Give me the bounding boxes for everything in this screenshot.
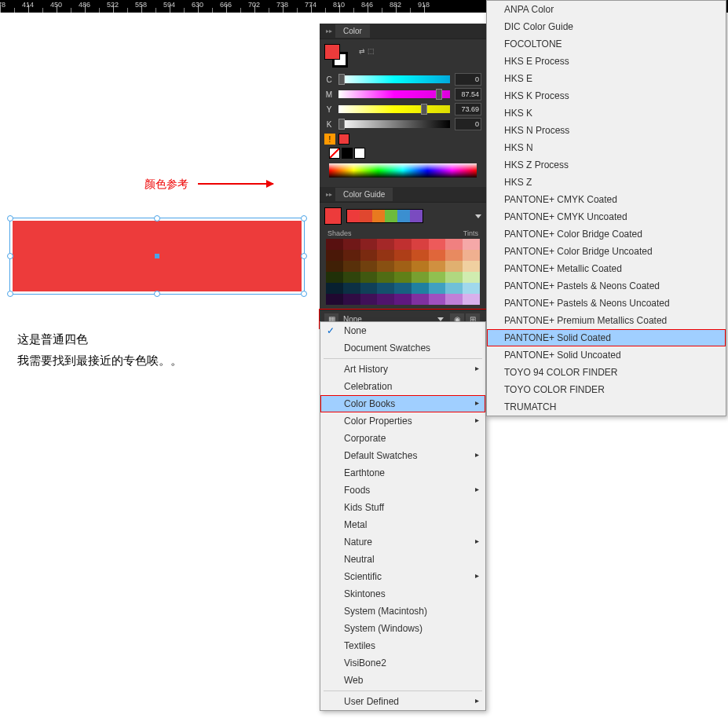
submenu-item[interactable]: TRUMATCH xyxy=(487,398,726,416)
swatch[interactable] xyxy=(429,261,446,272)
submenu-item[interactable]: TOYO 94 COLOR FINDER xyxy=(487,364,726,381)
slider-value-input[interactable] xyxy=(455,103,481,115)
submenu-item[interactable]: PANTONE+ Color Bridge Coated xyxy=(487,225,726,243)
submenu-item[interactable]: HKS E xyxy=(487,70,726,87)
swatch[interactable] xyxy=(394,261,412,272)
swatch[interactable] xyxy=(343,294,360,305)
submenu-item[interactable]: PANTONE+ Premium Metallics Coated xyxy=(487,312,726,329)
menu-item-none[interactable]: None xyxy=(320,322,485,339)
menu-item-user-defined[interactable]: User Defined xyxy=(320,693,485,710)
handle-icon[interactable] xyxy=(301,253,307,259)
swatch[interactable] xyxy=(377,272,394,283)
submenu-item[interactable]: TOYO COLOR FINDER xyxy=(487,381,726,398)
slider-value-input[interactable] xyxy=(455,88,481,101)
white-swatch-icon[interactable] xyxy=(354,148,365,159)
swatch[interactable] xyxy=(445,272,463,283)
swatch[interactable] xyxy=(445,239,463,250)
submenu-item[interactable]: DIC Color Guide xyxy=(487,18,726,35)
swatch[interactable] xyxy=(343,250,360,261)
menu-item[interactable]: Default Swatches xyxy=(320,447,485,464)
fill-swatch[interactable] xyxy=(324,44,340,60)
chevron-down-icon[interactable] xyxy=(475,214,481,218)
swatch[interactable] xyxy=(412,272,429,283)
handle-icon[interactable] xyxy=(301,215,307,222)
slider-track[interactable] xyxy=(338,105,450,113)
swatch[interactable] xyxy=(377,239,394,250)
handle-icon[interactable] xyxy=(7,291,13,297)
menu-item[interactable]: Color Books xyxy=(320,395,485,412)
swatch[interactable] xyxy=(360,294,378,305)
menu-item[interactable]: Web xyxy=(320,672,485,689)
submenu-item[interactable]: PANTONE+ Metallic Coated xyxy=(487,260,726,277)
submenu-item[interactable]: PANTONE+ Solid Coated xyxy=(487,329,726,346)
submenu-item[interactable]: PANTONE+ CMYK Uncoated xyxy=(487,208,726,225)
submenu-item[interactable]: HKS E Process xyxy=(487,53,726,70)
black-swatch-icon[interactable] xyxy=(342,148,353,159)
swatch[interactable] xyxy=(429,294,446,305)
swatch[interactable] xyxy=(445,283,463,294)
color-tab[interactable]: Color xyxy=(335,24,370,38)
submenu-item[interactable]: PANTONE+ Pastels & Neons Coated xyxy=(487,277,726,295)
submenu-item[interactable]: HKS Z xyxy=(487,174,726,191)
swatch[interactable] xyxy=(429,283,446,294)
swatch[interactable] xyxy=(412,250,429,261)
swatch[interactable] xyxy=(445,250,463,261)
swatch[interactable] xyxy=(429,250,446,261)
handle-icon[interactable] xyxy=(7,215,13,222)
menu-item[interactable]: Foods xyxy=(320,482,485,499)
menu-item[interactable]: Neutral xyxy=(320,551,485,568)
slider-value-input[interactable] xyxy=(455,73,481,86)
swatch[interactable] xyxy=(445,261,463,272)
swatch[interactable] xyxy=(377,294,394,305)
swatch[interactable] xyxy=(326,272,343,283)
submenu-item[interactable]: ANPA Color xyxy=(487,1,726,18)
fill-stroke-control[interactable] xyxy=(324,44,348,68)
swatch[interactable] xyxy=(463,250,480,261)
menu-item[interactable]: Skintones xyxy=(320,585,485,603)
slider-track[interactable] xyxy=(338,90,450,98)
swatch[interactable] xyxy=(343,239,360,250)
handle-icon[interactable] xyxy=(154,291,160,297)
submenu-item[interactable]: PANTONE+ Pastels & Neons Uncoated xyxy=(487,295,726,312)
swatch[interactable] xyxy=(377,261,394,272)
swap-icon[interactable]: ⇄ ⬚ xyxy=(359,47,375,55)
warning-icon[interactable]: ! xyxy=(324,134,335,145)
handle-icon[interactable] xyxy=(301,291,307,297)
menu-item[interactable]: Scientific xyxy=(320,568,485,585)
swatch[interactable] xyxy=(429,272,446,283)
swatch[interactable] xyxy=(326,261,343,272)
submenu-item[interactable]: HKS N xyxy=(487,139,726,156)
swatch[interactable] xyxy=(360,239,378,250)
submenu-item[interactable]: PANTONE+ CMYK Coated xyxy=(487,191,726,208)
swatch[interactable] xyxy=(394,250,412,261)
swatch[interactable] xyxy=(463,239,480,250)
swatch[interactable] xyxy=(463,272,480,283)
swatch[interactable] xyxy=(412,294,429,305)
swatch[interactable] xyxy=(360,272,378,283)
collapse-icon[interactable]: ▸▸ xyxy=(326,191,332,198)
swatch[interactable] xyxy=(463,294,480,305)
menu-item[interactable]: Earthtone xyxy=(320,464,485,482)
swatch[interactable] xyxy=(394,272,412,283)
swatch[interactable] xyxy=(377,250,394,261)
slider-track[interactable] xyxy=(338,120,450,128)
menu-item[interactable]: VisiBone2 xyxy=(320,654,485,672)
submenu-item[interactable]: HKS N Process xyxy=(487,122,726,139)
menu-item[interactable]: Art History xyxy=(320,361,485,378)
swatch[interactable] xyxy=(360,283,378,294)
swatch[interactable] xyxy=(377,283,394,294)
handle-icon[interactable] xyxy=(7,253,13,259)
menu-item[interactable]: System (Windows) xyxy=(320,620,485,637)
menu-item-document-swatches[interactable]: Document Swatches xyxy=(320,339,485,357)
swatch[interactable] xyxy=(326,250,343,261)
swatch[interactable] xyxy=(429,239,446,250)
swatch[interactable] xyxy=(463,283,480,294)
spectrum-picker[interactable] xyxy=(329,163,477,178)
swatch[interactable] xyxy=(412,283,429,294)
swatch[interactable] xyxy=(412,261,429,272)
swatch[interactable] xyxy=(394,294,412,305)
swatch[interactable] xyxy=(412,239,429,250)
submenu-item[interactable]: HKS Z Process xyxy=(487,156,726,174)
swatch[interactable] xyxy=(394,239,412,250)
menu-item[interactable]: Corporate xyxy=(320,430,485,447)
